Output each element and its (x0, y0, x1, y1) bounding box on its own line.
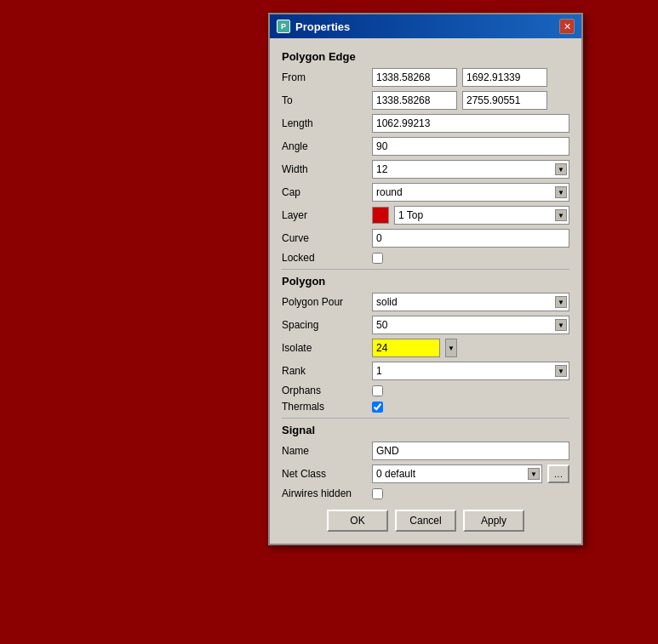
spacing-label: Spacing (282, 319, 367, 331)
from-y-input[interactable] (462, 68, 547, 87)
from-label: From (282, 71, 367, 83)
angle-input[interactable] (372, 137, 569, 156)
layer-select[interactable]: 1 Top 2 Bottom 3 Inner1 (394, 206, 569, 225)
rank-row: Rank 1 2 3 ▼ (282, 362, 569, 380)
net-class-row: Net Class 0 default 1 power 2 signal ▼ … (282, 464, 569, 483)
width-select[interactable]: 12 (372, 160, 569, 179)
net-class-select[interactable]: 0 default 1 power 2 signal (372, 464, 542, 483)
close-button[interactable]: ✕ (559, 19, 575, 34)
from-x-input[interactable] (372, 68, 457, 87)
isolate-label: Isolate (282, 342, 367, 354)
orphans-checkbox[interactable] (372, 385, 383, 396)
titlebar-left: P Properties (277, 20, 350, 33)
net-class-select-wrapper: 0 default 1 power 2 signal ▼ (372, 464, 542, 483)
thermals-checkbox[interactable] (372, 402, 383, 413)
net-class-edit-button[interactable]: … (547, 464, 569, 483)
button-row: OK Cancel Apply (282, 510, 569, 535)
airwires-hidden-checkbox[interactable] (372, 488, 383, 499)
properties-dialog: P Properties ✕ Polygon Edge From To Leng… (268, 13, 583, 545)
locked-checkbox[interactable] (372, 253, 383, 264)
width-select-wrapper: 12 ▼ (372, 160, 569, 179)
signal-name-input[interactable] (372, 442, 569, 460)
airwires-hidden-label: Airwires hidden (282, 487, 367, 499)
thermals-label: Thermals (282, 401, 367, 413)
curve-row: Curve (282, 229, 569, 248)
cap-row: Cap round flat square ▼ (282, 183, 569, 202)
signal-header: Signal (282, 424, 569, 436)
locked-label: Locked (282, 252, 367, 264)
net-class-label: Net Class (282, 468, 367, 480)
cap-label: Cap (282, 186, 367, 198)
airwires-hidden-row: Airwires hidden (282, 487, 569, 499)
polygon-header: Polygon (282, 275, 569, 288)
isolate-row: Isolate ▼ (282, 339, 569, 357)
cancel-button[interactable]: Cancel (395, 510, 456, 532)
orphans-label: Orphans (282, 385, 367, 396)
layer-select-wrapper: 1 Top 2 Bottom 3 Inner1 ▼ (394, 206, 569, 225)
signal-name-label: Name (282, 445, 367, 457)
dialog-body: Polygon Edge From To Length Angle Width (270, 38, 581, 544)
cap-select-wrapper: round flat square ▼ (372, 183, 569, 202)
spacing-select[interactable]: 50 25 100 (372, 316, 569, 334)
polygon-pour-row: Polygon Pour solid hatch none ▼ (282, 293, 569, 311)
length-row: Length (282, 114, 569, 133)
isolate-input[interactable] (372, 339, 440, 357)
polygon-edge-header: Polygon Edge (282, 50, 569, 63)
to-x-input[interactable] (372, 91, 457, 110)
rank-select-wrapper: 1 2 3 ▼ (372, 362, 569, 380)
dialog-app-icon: P (277, 20, 290, 33)
curve-input[interactable] (372, 229, 569, 248)
curve-label: Curve (282, 232, 367, 244)
angle-label: Angle (282, 140, 367, 152)
apply-button[interactable]: Apply (463, 510, 524, 532)
dialog-title: Properties (295, 20, 350, 33)
to-row: To (282, 91, 569, 110)
cap-select[interactable]: round flat square (372, 183, 569, 202)
locked-row: Locked (282, 252, 569, 264)
layer-label: Layer (282, 209, 367, 221)
layer-color-swatch (372, 207, 389, 224)
polygon-pour-select-wrapper: solid hatch none ▼ (372, 293, 569, 311)
signal-name-row: Name (282, 442, 569, 460)
thermals-row: Thermals (282, 401, 569, 413)
length-label: Length (282, 117, 367, 129)
angle-row: Angle (282, 137, 569, 156)
spacing-row: Spacing 50 25 100 ▼ (282, 316, 569, 334)
to-label: To (282, 94, 367, 106)
layer-row: Layer 1 Top 2 Bottom 3 Inner1 ▼ (282, 206, 569, 225)
rank-label: Rank (282, 365, 367, 377)
rank-select[interactable]: 1 2 3 (372, 362, 569, 380)
length-input[interactable] (372, 114, 569, 133)
dialog-titlebar: P Properties ✕ (270, 14, 581, 38)
width-label: Width (282, 163, 367, 175)
isolate-dropdown-arrow[interactable]: ▼ (445, 339, 457, 357)
polygon-pour-select[interactable]: solid hatch none (372, 293, 569, 311)
spacing-select-wrapper: 50 25 100 ▼ (372, 316, 569, 334)
divider-2 (282, 418, 569, 419)
width-row: Width 12 ▼ (282, 160, 569, 179)
polygon-pour-label: Polygon Pour (282, 296, 367, 308)
ok-button[interactable]: OK (327, 510, 388, 532)
divider-1 (282, 269, 569, 270)
to-y-input[interactable] (462, 91, 547, 110)
from-row: From (282, 68, 569, 87)
orphans-row: Orphans (282, 385, 569, 396)
